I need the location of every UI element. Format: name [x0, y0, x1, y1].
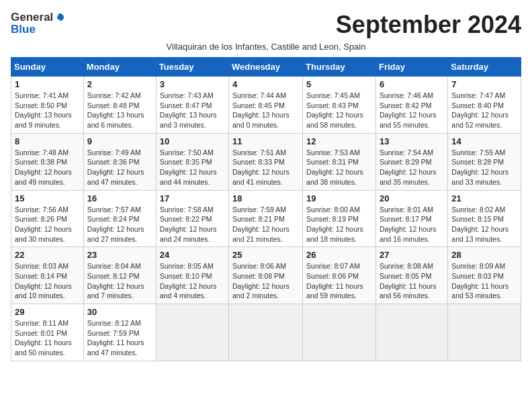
- table-row: 25Sunrise: 8:06 AM Sunset: 8:08 PM Dayli…: [229, 247, 303, 304]
- col-thursday: Thursday: [303, 58, 376, 77]
- table-row: [375, 304, 447, 361]
- day-number: 15: [15, 193, 80, 203]
- table-row: 18Sunrise: 7:59 AM Sunset: 8:21 PM Dayli…: [229, 190, 303, 247]
- day-info: Sunrise: 7:50 AM Sunset: 8:35 PM Dayligh…: [160, 148, 217, 186]
- day-number: 8: [15, 136, 80, 146]
- day-info: Sunrise: 7:58 AM Sunset: 8:22 PM Dayligh…: [160, 205, 217, 243]
- subtitle: Villaquiran de los Infantes, Castille an…: [11, 42, 521, 52]
- col-wednesday: Wednesday: [229, 58, 303, 77]
- day-number: 13: [380, 136, 444, 146]
- table-row: [229, 304, 303, 361]
- table-row: 20Sunrise: 8:01 AM Sunset: 8:17 PM Dayli…: [375, 190, 447, 247]
- day-number: 12: [306, 136, 372, 146]
- day-info: Sunrise: 8:03 AM Sunset: 8:14 PM Dayligh…: [15, 262, 72, 300]
- day-info: Sunrise: 7:51 AM Sunset: 8:33 PM Dayligh…: [232, 148, 290, 186]
- table-row: 29Sunrise: 8:11 AM Sunset: 8:01 PM Dayli…: [11, 304, 84, 361]
- day-info: Sunrise: 7:44 AM Sunset: 8:45 PM Dayligh…: [232, 91, 290, 129]
- table-row: 19Sunrise: 8:00 AM Sunset: 8:19 PM Dayli…: [303, 190, 376, 247]
- day-number: 29: [15, 307, 80, 317]
- day-number: 18: [232, 193, 299, 203]
- table-row: 14Sunrise: 7:55 AM Sunset: 8:28 PM Dayli…: [448, 133, 521, 190]
- day-number: 20: [380, 193, 444, 203]
- logo-bird-icon: [54, 12, 65, 23]
- table-row: 21Sunrise: 8:02 AM Sunset: 8:15 PM Dayli…: [448, 190, 521, 247]
- day-info: Sunrise: 8:12 AM Sunset: 7:59 PM Dayligh…: [87, 319, 144, 357]
- page-header: General Blue September 2024: [11, 11, 521, 39]
- day-number: 27: [380, 250, 444, 260]
- day-number: 4: [232, 79, 299, 89]
- day-number: 6: [380, 79, 444, 89]
- table-row: 4Sunrise: 7:44 AM Sunset: 8:45 PM Daylig…: [229, 77, 303, 134]
- table-row: 1Sunrise: 7:41 AM Sunset: 8:50 PM Daylig…: [11, 77, 84, 134]
- table-row: 23Sunrise: 8:04 AM Sunset: 8:12 PM Dayli…: [83, 247, 156, 304]
- day-number: 17: [160, 193, 225, 203]
- table-row: 2Sunrise: 7:42 AM Sunset: 8:48 PM Daylig…: [83, 77, 156, 134]
- table-row: 24Sunrise: 8:05 AM Sunset: 8:10 PM Dayli…: [156, 247, 228, 304]
- day-info: Sunrise: 7:46 AM Sunset: 8:42 PM Dayligh…: [380, 91, 437, 129]
- day-number: 26: [306, 250, 372, 260]
- day-info: Sunrise: 7:53 AM Sunset: 8:31 PM Dayligh…: [306, 148, 363, 186]
- day-number: 28: [451, 250, 517, 260]
- logo-blue: Blue: [11, 23, 65, 36]
- table-row: 16Sunrise: 7:57 AM Sunset: 8:24 PM Dayli…: [83, 190, 156, 247]
- day-number: 11: [232, 136, 299, 146]
- table-row: 6Sunrise: 7:46 AM Sunset: 8:42 PM Daylig…: [375, 77, 447, 134]
- table-row: 8Sunrise: 7:48 AM Sunset: 8:38 PM Daylig…: [11, 133, 84, 190]
- day-number: 25: [232, 250, 299, 260]
- table-row: 12Sunrise: 7:53 AM Sunset: 8:31 PM Dayli…: [303, 133, 376, 190]
- logo-general: General: [11, 11, 53, 24]
- table-row: [448, 304, 521, 361]
- day-info: Sunrise: 7:49 AM Sunset: 8:36 PM Dayligh…: [87, 148, 144, 186]
- day-number: 22: [15, 250, 80, 260]
- day-number: 5: [306, 79, 372, 89]
- table-row: 22Sunrise: 8:03 AM Sunset: 8:14 PM Dayli…: [11, 247, 84, 304]
- day-number: 1: [15, 79, 80, 89]
- logo: General Blue: [11, 11, 65, 36]
- day-info: Sunrise: 7:47 AM Sunset: 8:40 PM Dayligh…: [451, 91, 508, 129]
- day-info: Sunrise: 8:11 AM Sunset: 8:01 PM Dayligh…: [15, 319, 72, 357]
- table-row: 28Sunrise: 8:09 AM Sunset: 8:03 PM Dayli…: [448, 247, 521, 304]
- calendar-table: Sunday Monday Tuesday Wednesday Thursday…: [11, 57, 521, 361]
- table-row: 10Sunrise: 7:50 AM Sunset: 8:35 PM Dayli…: [156, 133, 228, 190]
- col-tuesday: Tuesday: [156, 58, 228, 77]
- day-number: 23: [87, 250, 152, 260]
- day-info: Sunrise: 8:02 AM Sunset: 8:15 PM Dayligh…: [451, 205, 508, 243]
- day-info: Sunrise: 8:08 AM Sunset: 8:05 PM Dayligh…: [380, 262, 437, 300]
- day-number: 7: [451, 79, 517, 89]
- day-number: 16: [87, 193, 152, 203]
- col-saturday: Saturday: [448, 58, 521, 77]
- day-info: Sunrise: 7:45 AM Sunset: 8:43 PM Dayligh…: [306, 91, 363, 129]
- day-info: Sunrise: 7:55 AM Sunset: 8:28 PM Dayligh…: [451, 148, 508, 186]
- day-number: 19: [306, 193, 372, 203]
- day-info: Sunrise: 8:01 AM Sunset: 8:17 PM Dayligh…: [380, 205, 437, 243]
- day-info: Sunrise: 7:41 AM Sunset: 8:50 PM Dayligh…: [15, 91, 72, 129]
- day-info: Sunrise: 7:43 AM Sunset: 8:47 PM Dayligh…: [160, 91, 217, 129]
- table-row: [156, 304, 228, 361]
- day-number: 9: [87, 136, 152, 146]
- day-number: 24: [160, 250, 225, 260]
- day-info: Sunrise: 8:05 AM Sunset: 8:10 PM Dayligh…: [160, 262, 217, 300]
- day-number: 2: [87, 79, 152, 89]
- table-row: 15Sunrise: 7:56 AM Sunset: 8:26 PM Dayli…: [11, 190, 84, 247]
- col-monday: Monday: [83, 58, 156, 77]
- table-row: [303, 304, 376, 361]
- table-row: 11Sunrise: 7:51 AM Sunset: 8:33 PM Dayli…: [229, 133, 303, 190]
- day-info: Sunrise: 7:54 AM Sunset: 8:29 PM Dayligh…: [380, 148, 437, 186]
- table-row: 26Sunrise: 8:07 AM Sunset: 8:06 PM Dayli…: [303, 247, 376, 304]
- table-row: 17Sunrise: 7:58 AM Sunset: 8:22 PM Dayli…: [156, 190, 228, 247]
- table-row: 9Sunrise: 7:49 AM Sunset: 8:36 PM Daylig…: [83, 133, 156, 190]
- month-title: September 2024: [336, 11, 521, 39]
- table-row: 7Sunrise: 7:47 AM Sunset: 8:40 PM Daylig…: [448, 77, 521, 134]
- col-sunday: Sunday: [11, 58, 84, 77]
- day-info: Sunrise: 8:00 AM Sunset: 8:19 PM Dayligh…: [306, 205, 363, 243]
- day-info: Sunrise: 7:42 AM Sunset: 8:48 PM Dayligh…: [87, 91, 144, 129]
- day-number: 10: [160, 136, 225, 146]
- table-row: 3Sunrise: 7:43 AM Sunset: 8:47 PM Daylig…: [156, 77, 228, 134]
- day-info: Sunrise: 7:57 AM Sunset: 8:24 PM Dayligh…: [87, 205, 144, 243]
- day-number: 30: [87, 307, 152, 317]
- table-row: 5Sunrise: 7:45 AM Sunset: 8:43 PM Daylig…: [303, 77, 376, 134]
- day-number: 3: [160, 79, 225, 89]
- day-info: Sunrise: 7:59 AM Sunset: 8:21 PM Dayligh…: [232, 205, 290, 243]
- day-number: 21: [451, 193, 517, 203]
- table-row: 13Sunrise: 7:54 AM Sunset: 8:29 PM Dayli…: [375, 133, 447, 190]
